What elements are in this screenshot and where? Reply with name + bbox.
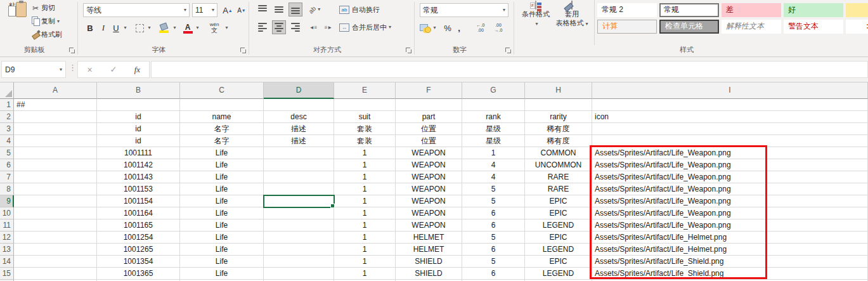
cell-F2[interactable]: part — [396, 111, 462, 123]
cell-D10[interactable] — [264, 207, 334, 219]
cell-F11[interactable]: WEAPON — [396, 219, 462, 232]
cell-E7[interactable]: 1 — [334, 171, 396, 183]
row-header-3[interactable]: 3 — [0, 123, 14, 135]
cell-B5[interactable]: 1001111 — [97, 147, 180, 159]
cell-style-解释性文本[interactable]: 解释性文本 — [722, 20, 781, 34]
cell-H2[interactable]: rarity — [525, 111, 592, 123]
cell-B6[interactable]: 1001142 — [97, 159, 180, 171]
cell-I1[interactable] — [592, 99, 868, 111]
font-dialog-launcher[interactable] — [240, 47, 246, 53]
cell-D4[interactable]: 描述 — [264, 135, 334, 147]
row-header-10[interactable]: 10 — [0, 207, 14, 219]
cell-D6[interactable] — [264, 159, 334, 171]
cell-A8[interactable] — [14, 183, 97, 195]
cell-C1[interactable] — [180, 99, 264, 111]
cell-G15[interactable]: 6 — [462, 268, 525, 280]
cell-C12[interactable]: Life — [180, 232, 264, 244]
cell-B14[interactable]: 1001354 — [97, 256, 180, 268]
cell-I8[interactable]: Assets/Sprites/Artifact/Life_Weapon.png — [592, 183, 868, 195]
row-header-9[interactable]: 9 — [0, 195, 14, 207]
cell-E10[interactable]: 1 — [334, 207, 396, 219]
fill-color-caret-icon[interactable] — [171, 21, 177, 35]
conditional-formatting-button[interactable]: 条件格式 — [519, 1, 552, 27]
cell-G12[interactable]: 5 — [462, 232, 525, 244]
cell-C9[interactable]: Life — [180, 195, 264, 207]
cell-D15[interactable] — [264, 268, 334, 280]
column-header-H[interactable]: H — [525, 82, 592, 99]
cell-C15[interactable]: Life — [180, 268, 264, 280]
cell-I15[interactable]: Assets/Sprites/Artifact/Life_Shield.png — [592, 268, 868, 280]
formula-bar-grip[interactable]: ⋮ — [68, 63, 76, 72]
borders-button[interactable] — [134, 21, 145, 35]
cell-B2[interactable]: id — [97, 111, 180, 123]
cell-style-常规 2[interactable]: 常规 2 — [597, 3, 657, 17]
row-header-13[interactable]: 13 — [0, 244, 14, 256]
cell-H6[interactable]: UNCOMMON — [525, 159, 592, 171]
align-top-button[interactable] — [256, 3, 269, 16]
cell-B7[interactable]: 1001143 — [97, 171, 180, 183]
cell-F1[interactable] — [396, 99, 462, 111]
alignment-dialog-launcher[interactable] — [405, 47, 411, 53]
percent-style-button[interactable]: % — [443, 21, 453, 35]
cell-style-计算[interactable]: 计算 — [597, 20, 657, 34]
column-header-D[interactable]: D — [264, 82, 334, 99]
select-all-corner[interactable] — [0, 82, 14, 99]
phonetic-caret-icon[interactable] — [223, 21, 229, 35]
row-header-5[interactable]: 5 — [0, 147, 14, 159]
cell-C4[interactable]: 名字 — [180, 135, 264, 147]
cell-G3[interactable]: 星级 — [462, 123, 525, 135]
cell-E11[interactable]: 1 — [334, 219, 396, 232]
cell-D2[interactable]: desc — [264, 111, 334, 123]
cell-A2[interactable] — [14, 111, 97, 123]
format-as-table-button[interactable]: 套用 表格格式 — [554, 1, 590, 27]
cell-C14[interactable]: Life — [180, 256, 264, 268]
decrease-font-button[interactable]: A▼ — [235, 3, 248, 17]
cell-I14[interactable]: Assets/Sprites/Artifact/Life_Shield.png — [592, 256, 868, 268]
cell-F12[interactable]: HELMET — [396, 232, 462, 244]
cell-B1[interactable] — [97, 99, 180, 111]
cell-H7[interactable]: RARE — [525, 171, 592, 183]
cell-G2[interactable]: rank — [462, 111, 525, 123]
comma-style-button[interactable]: , — [455, 21, 463, 35]
accounting-format-button[interactable] — [420, 21, 436, 35]
cell-I9[interactable]: Assets/Sprites/Artifact/Life_Weapon.png — [592, 195, 868, 207]
merge-center-button[interactable]: ↔ 合并后居中 — [339, 20, 391, 34]
cell-C6[interactable]: Life — [180, 159, 264, 171]
cell-D5[interactable] — [264, 147, 334, 159]
cell-D8[interactable] — [264, 183, 334, 195]
cell-D11[interactable] — [264, 219, 334, 232]
cell-H13[interactable]: LEGEND — [525, 244, 592, 256]
cell-I11[interactable]: Assets/Sprites/Artifact/Life_Weapon.png — [592, 219, 868, 232]
cell-H8[interactable]: RARE — [525, 183, 592, 195]
italic-button[interactable]: I — [98, 21, 108, 35]
cut-button[interactable]: ✂ 剪切 — [30, 1, 75, 15]
cell-D9[interactable] — [264, 195, 334, 207]
cell-A1[interactable]: ## — [14, 99, 97, 111]
column-header-G[interactable]: G — [462, 82, 525, 99]
cell-G9[interactable]: 5 — [462, 195, 525, 207]
row-header-7[interactable]: 7 — [0, 171, 14, 183]
row-header-2[interactable]: 2 — [0, 111, 14, 123]
cell-F15[interactable]: SHIELD — [396, 268, 462, 280]
number-dialog-launcher[interactable] — [505, 47, 511, 53]
cell-A10[interactable] — [14, 207, 97, 219]
cell-B11[interactable]: 1001165 — [97, 219, 180, 232]
cell-C2[interactable]: name — [180, 111, 264, 123]
paste-button[interactable]: 粘贴 — [3, 1, 29, 42]
cell-F5[interactable]: WEAPON — [396, 147, 462, 159]
cell-G10[interactable]: 6 — [462, 207, 525, 219]
borders-caret-icon[interactable] — [145, 21, 152, 35]
row-header-12[interactable]: 12 — [0, 232, 14, 244]
align-right-button[interactable] — [288, 20, 302, 34]
cell-C8[interactable]: Life — [180, 183, 264, 195]
cell-C10[interactable]: Life — [180, 207, 264, 219]
column-header-A[interactable]: A — [14, 82, 97, 99]
cell-A11[interactable] — [14, 219, 97, 232]
cell-A7[interactable] — [14, 171, 97, 183]
cell-I13[interactable]: Assets/Sprites/Artifact/Life_Helmet.png — [592, 244, 868, 256]
cell-A4[interactable] — [14, 135, 97, 147]
align-center-button[interactable] — [272, 20, 286, 34]
cell-D3[interactable]: 描述 — [264, 123, 334, 135]
cell-A12[interactable] — [14, 232, 97, 244]
cell-B10[interactable]: 1001164 — [97, 207, 180, 219]
